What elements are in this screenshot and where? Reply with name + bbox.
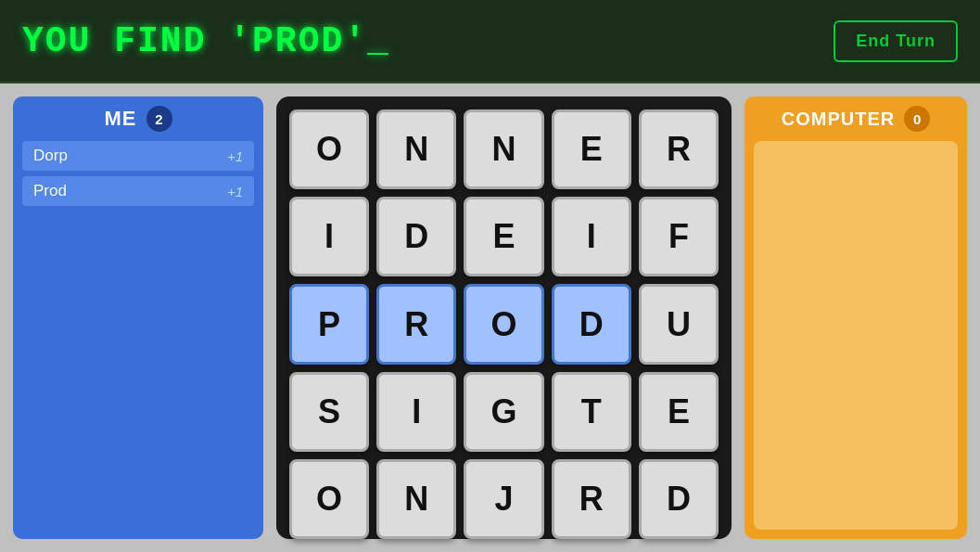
me-score-badge: 2 [146,106,172,132]
board-tile[interactable]: U [639,284,719,364]
board-tile[interactable]: D [639,459,719,539]
board-tile[interactable]: E [639,372,719,452]
header: YOU FIND 'PROD'_ End Turn [0,0,980,83]
word-row: Dorp+1 [22,141,254,171]
board-tile[interactable]: P [289,284,369,364]
board-tile[interactable]: E [464,197,543,276]
board-tile[interactable]: O [289,459,369,539]
me-words-list: Dorp+1Prod+1 [22,141,254,212]
board-tile[interactable]: R [552,459,631,539]
me-panel: ME 2 Dorp+1Prod+1 [13,96,263,539]
board-tile[interactable]: I [552,197,631,276]
header-title: YOU FIND 'PROD'_ [22,21,390,61]
board-tile[interactable]: I [376,372,456,452]
computer-header: COMPUTER 0 [754,106,958,132]
me-header: ME 2 [22,106,254,132]
board-tile[interactable]: N [464,109,543,189]
computer-words-list [754,141,958,530]
word-score: +1 [227,184,243,199]
board-tile[interactable]: D [376,197,456,276]
me-label: ME [105,107,137,131]
board-grid: ONNERIDEIFPRODUSIGTEONJRD [289,109,719,526]
board-tile[interactable]: R [376,284,456,364]
board-tile[interactable]: T [552,372,631,452]
board-tile[interactable]: R [639,109,719,189]
main-content: ME 2 Dorp+1Prod+1 ONNERIDEIFPRODUSIGTEON… [0,83,980,552]
board-tile[interactable]: E [552,109,631,189]
computer-panel: COMPUTER 0 [745,96,967,539]
computer-score-badge: 0 [904,106,930,132]
board-container: ONNERIDEIFPRODUSIGTEONJRD [276,96,732,539]
board-tile[interactable]: J [464,459,543,539]
board-tile[interactable]: D [552,284,631,364]
computer-label: COMPUTER [782,109,895,130]
board-tile[interactable]: N [376,459,456,539]
word-text: Dorp [33,147,68,165]
board-tile[interactable]: N [376,109,456,189]
board-tile[interactable]: G [464,372,543,452]
board-tile[interactable]: O [289,109,369,189]
word-score: +1 [227,148,243,164]
end-turn-button[interactable]: End Turn [834,20,958,62]
board-tile[interactable]: S [289,372,369,452]
word-row: Prod+1 [22,176,254,206]
word-text: Prod [33,182,67,200]
board-tile[interactable]: I [289,197,369,276]
board-tile[interactable]: O [464,284,543,364]
board-tile[interactable]: F [639,197,719,276]
